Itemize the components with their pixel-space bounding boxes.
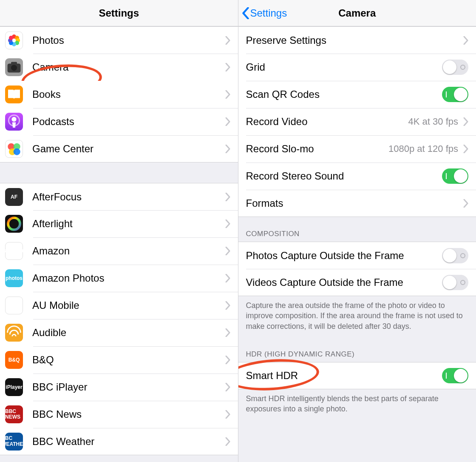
svg-point-17 [8, 218, 20, 230]
settings-item-books[interactable]: Books [0, 81, 238, 108]
chevron-right-icon [225, 301, 230, 310]
chevron-right-icon [225, 328, 230, 337]
settings-pane: Settings PhotosCameraBooksPodcastsGame C… [0, 0, 238, 462]
au-icon: A U [5, 297, 23, 314]
chevron-right-icon [225, 437, 230, 446]
chevron-right-icon [225, 247, 230, 255]
bbcweather-icon: BBC WEATHER [5, 433, 23, 451]
back-label: Settings [250, 7, 287, 19]
settings-item-bbc-iplayer[interactable]: iPlayerBBC iPlayer [0, 374, 238, 401]
settings-item-label: BBC Weather [32, 436, 225, 448]
settings-item-label: Amazon [32, 245, 225, 257]
chevron-right-icon [225, 410, 230, 419]
settings-item-audible[interactable]: Audible [0, 319, 238, 346]
bq-icon: B&Q [5, 351, 23, 369]
afterfocus-icon: AF [5, 188, 23, 206]
camera-scroll[interactable]: Preserve SettingsGridScan QR CodesRecord… [238, 26, 476, 462]
chevron-right-icon [225, 90, 230, 99]
navbar-settings: Settings [0, 0, 238, 26]
audible-icon [5, 324, 23, 342]
camera-item-record-stereo-sound[interactable]: Record Stereo Sound [238, 163, 476, 190]
books-icon [5, 86, 23, 103]
settings-item-game-center[interactable]: Game Center [0, 135, 238, 163]
navbar-camera-title: Camera [338, 7, 376, 19]
settings-item-label: AfterFocus [32, 191, 225, 203]
camera-item-label: Formats [246, 197, 464, 209]
chevron-right-icon [463, 199, 468, 208]
camera-item-label: Grid [246, 61, 442, 73]
camera-item-value: 4K at 30 fps [408, 116, 458, 127]
chevron-right-icon [463, 117, 468, 126]
settings-item-afterlight[interactable]: Afterlight [0, 210, 238, 237]
camera-item-grid[interactable]: Grid [238, 54, 476, 81]
chevron-right-icon [463, 36, 468, 45]
toggle-switch[interactable] [442, 60, 468, 75]
camera-item-label: Preserve Settings [246, 34, 464, 46]
photos-icon [5, 31, 23, 49]
toggle-switch[interactable] [442, 248, 468, 263]
settings-item-bbc-news[interactable]: BBC NEWSBBC News [0, 401, 238, 428]
camera-item-formats[interactable]: Formats [238, 190, 476, 217]
chevron-right-icon [225, 117, 230, 126]
settings-item-camera[interactable]: Camera [0, 54, 238, 81]
chevron-right-icon [225, 193, 230, 201]
settings-item-label: Audible [32, 327, 225, 339]
camera-item-preserve-settings[interactable]: Preserve Settings [238, 26, 476, 54]
settings-item-label: Photos [32, 34, 225, 46]
camera-item-videos-capture-outside-the-frame[interactable]: Videos Capture Outside the Frame [238, 269, 476, 296]
settings-item-afterfocus[interactable]: AFAfterFocus [0, 183, 238, 210]
camera-item-label: Record Slo-mo [246, 143, 389, 155]
chevron-right-icon [225, 220, 230, 228]
svg-point-16 [14, 148, 20, 155]
settings-item-label: AU Mobile [32, 299, 225, 311]
camera-item-scan-qr-codes[interactable]: Scan QR Codes [238, 81, 476, 108]
settings-item-photos[interactable]: Photos [0, 26, 238, 54]
settings-item-amazon[interactable]: amazonAmazon [0, 237, 238, 265]
settings-item-amazon-photos[interactable]: photosAmazon Photos [0, 265, 238, 292]
chevron-right-icon [225, 145, 230, 153]
section-header-composition: COMPOSITION [238, 217, 476, 242]
camera-item-photos-capture-outside-the-frame[interactable]: Photos Capture Outside the Frame [238, 242, 476, 269]
settings-item-b-q[interactable]: B&QB&Q [0, 346, 238, 374]
settings-item-au-mobile[interactable]: A UAU Mobile [0, 292, 238, 319]
section-header-hdr: HDR (HIGH DYNAMIC RANGE) [238, 337, 476, 362]
navbar-camera: Settings Camera [238, 0, 476, 26]
podcasts-icon [5, 113, 23, 131]
settings-scroll[interactable]: PhotosCameraBooksPodcastsGame CenterAFAf… [0, 26, 238, 462]
amazon-icon: amazon [5, 242, 23, 260]
iplayer-icon: iPlayer [5, 378, 23, 396]
camera-icon [5, 58, 23, 76]
afterlight-icon [5, 215, 23, 233]
back-button[interactable]: Settings [242, 7, 287, 19]
camera-item-label: Scan QR Codes [246, 88, 442, 100]
camera-item-record-slo-mo[interactable]: Record Slo-mo1080p at 120 fps [238, 135, 476, 163]
toggle-switch[interactable] [442, 87, 468, 102]
navbar-settings-title: Settings [99, 7, 139, 19]
camera-pane: Settings Camera Preserve SettingsGridSca… [238, 0, 476, 462]
settings-item-label: B&Q [32, 354, 225, 366]
svg-point-10 [11, 65, 17, 71]
section-footer-composition: Capture the area outside the frame of th… [238, 296, 476, 337]
toggle-switch[interactable] [442, 168, 468, 184]
camera-item-label: Photos Capture Outside the Frame [246, 250, 442, 262]
svg-point-7 [9, 36, 13, 40]
camera-item-label: Videos Capture Outside the Frame [246, 277, 442, 288]
chevron-right-icon [225, 36, 230, 45]
chevron-right-icon [225, 356, 230, 364]
gc-icon [5, 140, 23, 158]
toggle-switch[interactable] [442, 368, 468, 383]
settings-item-podcasts[interactable]: Podcasts [0, 108, 238, 135]
camera-item-record-video[interactable]: Record Video4K at 30 fps [238, 108, 476, 135]
chevron-left-icon [242, 7, 249, 19]
toggle-switch[interactable] [442, 275, 468, 290]
camera-item-value: 1080p at 120 fps [388, 143, 458, 154]
settings-item-label: Camera [32, 61, 225, 73]
camera-item-label: Smart HDR [246, 370, 442, 382]
chevron-right-icon [225, 383, 230, 391]
settings-item-bbc-weather[interactable]: BBC WEATHERBBC Weather [0, 428, 238, 455]
camera-item-label: Record Stereo Sound [246, 170, 442, 182]
camera-item-smart-hdr[interactable]: Smart HDR [238, 362, 476, 389]
chevron-right-icon [225, 274, 230, 282]
settings-item-label: Books [32, 88, 225, 100]
section-footer-hdr: Smart HDR intelligently blends the best … [238, 389, 476, 420]
